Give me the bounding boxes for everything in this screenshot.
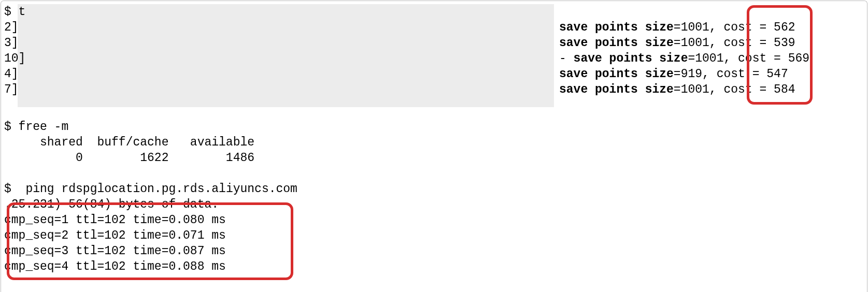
frag-r3: 3] bbox=[4, 35, 19, 51]
frag-r4: 10] bbox=[4, 51, 25, 66]
free-header: shared buff/cache available bbox=[4, 135, 254, 150]
frag-t: $ t bbox=[4, 4, 25, 20]
free-values: 0 1622 1486 bbox=[4, 150, 254, 166]
redacted-block bbox=[18, 4, 554, 107]
frag-r5: 4] bbox=[4, 66, 19, 82]
highlight-cost-box bbox=[747, 5, 813, 105]
ping-cmd: $ ping rdspglocation.pg.rds.aliyuncs.com bbox=[4, 181, 297, 197]
frag-r2: 2] bbox=[4, 20, 19, 35]
highlight-ping-box bbox=[7, 202, 293, 280]
free-cmd: $ free -m bbox=[4, 119, 68, 135]
frag-r6: 7] bbox=[4, 82, 19, 97]
